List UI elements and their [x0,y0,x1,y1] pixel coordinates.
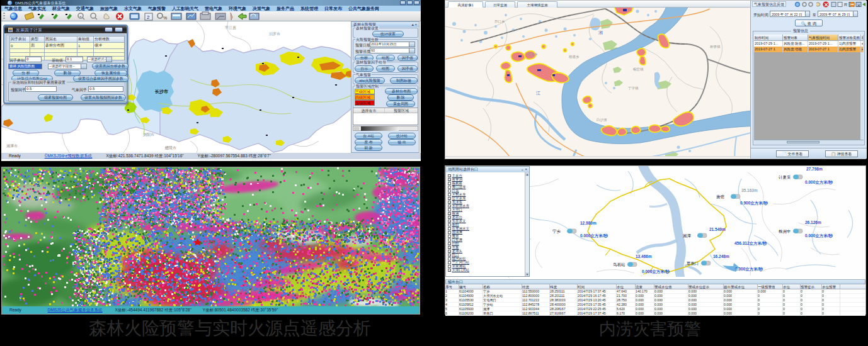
svg-text:铜官镇: 铜官镇 [633,67,644,71]
svg-text:长沙市: 长沙市 [154,89,168,94]
svg-text:%: % [163,16,167,20]
svg-text:+: + [79,14,82,18]
svg-text:靖港乡: 靖港乡 [527,52,538,57]
svg-text:江: 江 [536,91,540,96]
svg-text:桥驿镇: 桥驿镇 [709,45,721,49]
svg-text:汨罗市: 汨罗市 [269,31,280,36]
svg-text:丁字镇: 丁字镇 [628,86,639,90]
svg-text:平江县: 平江县 [225,25,236,30]
svg-text:浏阳市: 浏阳市 [143,132,154,137]
svg-text:醴陵市: 醴陵市 [165,145,176,150]
svg-text:湘: 湘 [598,30,603,35]
svg-text:白沙洲: 白沙洲 [597,118,607,122]
svg-text:大火蔓延: 大火蔓延 [202,240,215,244]
svg-text:2: 2 [147,14,150,20]
svg-text:R: R [844,3,847,7]
svg-text:湘潭市: 湘潭市 [6,143,18,148]
svg-text:乔口乡: 乔口乡 [494,20,505,24]
svg-text:×: × [857,3,860,8]
svg-text:格塘乡: 格塘乡 [568,55,580,59]
